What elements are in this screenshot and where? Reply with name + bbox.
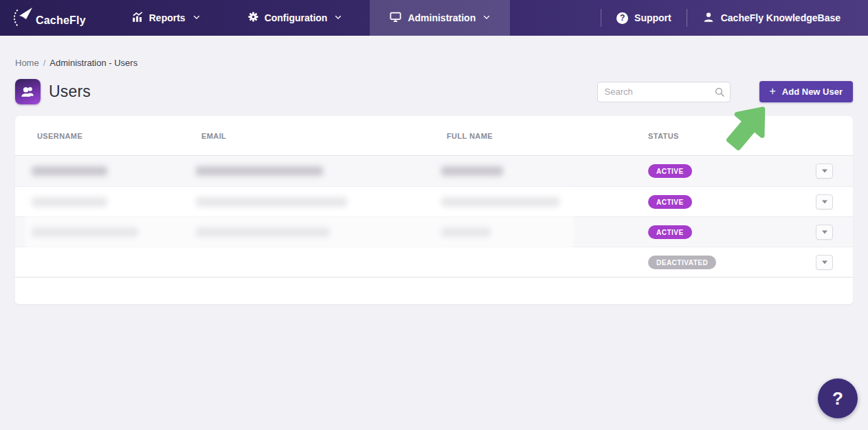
table-row: ACTIVE	[15, 156, 853, 186]
breadcrumb-current: Administration - Users	[49, 58, 137, 68]
breadcrumb: Home / Administration - Users	[15, 58, 853, 68]
row-actions-dropdown-button[interactable]	[816, 255, 833, 270]
status-badge: DEACTIVATED	[648, 256, 716, 269]
redacted-email	[196, 166, 323, 176]
help-button[interactable]: ?	[818, 378, 858, 418]
navbar-right: ? Support CacheFly KnowledgeBase	[601, 9, 856, 27]
status-badge: ACTIVE	[648, 195, 692, 209]
toolbar: + Add New User	[597, 81, 853, 102]
nav-item-label: Administration	[408, 12, 476, 23]
paper-plane-icon	[11, 5, 34, 31]
search-wrap	[597, 82, 731, 102]
status-badge: ACTIVE	[648, 164, 692, 178]
column-header-username: USERNAME	[37, 132, 201, 140]
redacted-username	[32, 227, 138, 237]
support-label: Support	[634, 12, 671, 23]
bar-chart-icon	[131, 11, 144, 25]
column-header-full-name: FULL NAME	[447, 132, 648, 140]
table-row: ACTIVE	[15, 216, 853, 247]
plus-icon: +	[770, 85, 776, 98]
brand-name: CacheFly	[36, 14, 86, 27]
title-group: Users	[15, 79, 91, 104]
search-icon	[714, 87, 725, 100]
nav-item-administration[interactable]: Administration	[370, 0, 510, 36]
users-table-card: USERNAME EMAIL FULL NAME STATUS ACTIVE A…	[15, 116, 853, 304]
account-label: CacheFly KnowledgeBase	[721, 12, 841, 23]
status-badge: ACTIVE	[648, 225, 692, 239]
page-title: Users	[49, 82, 91, 101]
redacted-full-name	[441, 166, 503, 176]
account-menu[interactable]: CacheFly KnowledgeBase	[687, 11, 856, 25]
table-row: DEACTIVATED	[15, 247, 853, 277]
redacted-full-name	[441, 197, 559, 207]
nav-item-label: Reports	[149, 12, 186, 23]
breadcrumb-home-link[interactable]: Home	[15, 58, 39, 68]
nav-item-reports[interactable]: Reports	[122, 0, 210, 36]
nav-item-configuration[interactable]: Configuration	[238, 0, 353, 36]
column-header-status: STATUS	[648, 132, 816, 140]
table-row: ACTIVE	[15, 186, 853, 216]
nav-item-label: Configuration	[265, 12, 328, 23]
search-input[interactable]	[597, 82, 731, 102]
column-header-email: EMAIL	[201, 132, 447, 140]
redacted-email	[196, 227, 330, 237]
top-navbar: CacheFly Reports	[0, 0, 868, 36]
cachefly-logo[interactable]: CacheFly	[11, 5, 86, 31]
row-actions-dropdown-button[interactable]	[816, 194, 833, 210]
table-footer	[15, 277, 853, 304]
title-toolbar-row: Users + Add New User	[15, 79, 853, 104]
add-new-user-button[interactable]: + Add New User	[759, 81, 853, 102]
row-actions-dropdown-button[interactable]	[816, 163, 833, 179]
monitor-icon	[389, 10, 402, 25]
redacted-full-name	[441, 227, 491, 237]
chevron-down-icon	[334, 12, 342, 23]
row-actions-dropdown-button[interactable]	[816, 225, 833, 240]
gear-icon	[247, 11, 259, 25]
table-header-row: USERNAME EMAIL FULL NAME STATUS	[15, 116, 853, 156]
chevron-down-icon	[482, 12, 491, 23]
add-new-user-label: Add New User	[782, 87, 843, 97]
support-link[interactable]: ? Support	[601, 12, 687, 24]
redacted-username	[32, 166, 107, 176]
users-icon	[15, 79, 41, 104]
question-circle-icon: ?	[616, 12, 628, 24]
chevron-down-icon	[192, 12, 201, 23]
redacted-username	[32, 197, 107, 207]
page-content: Home / Administration - Users Users	[0, 58, 868, 304]
breadcrumb-separator: /	[43, 58, 46, 68]
redacted-email	[196, 197, 347, 207]
person-icon	[702, 11, 715, 25]
